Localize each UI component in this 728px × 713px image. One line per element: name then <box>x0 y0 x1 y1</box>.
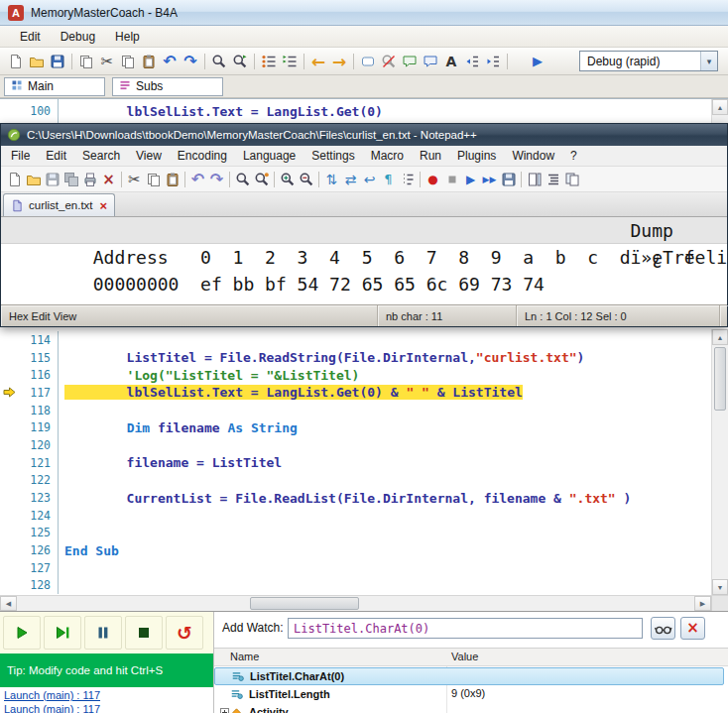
paste-icon[interactable] <box>163 170 182 188</box>
hex-view[interactable]: Address 0 1 2 3 4 5 6 7 8 9 a b c d e f … <box>1 217 727 304</box>
indent-guide-icon[interactable] <box>398 170 417 188</box>
find-next-icon[interactable] <box>230 52 250 71</box>
b4a-menu-debug[interactable]: Debug <box>51 27 105 47</box>
breakpoint-margin[interactable] <box>0 418 18 436</box>
b4a-subs-combo[interactable]: Subs <box>112 77 223 96</box>
breakpoint-margin[interactable] <box>0 436 18 454</box>
breakpoint-margin[interactable] <box>0 559 18 577</box>
breakpoint-margin[interactable] <box>0 366 18 384</box>
show-all-chars-icon[interactable]: ¶ <box>379 170 398 188</box>
scroll-up-icon[interactable]: ▲ <box>712 329 728 345</box>
launch-link-1[interactable]: Launch (main) : 117 <box>4 703 209 713</box>
code-editor[interactable]: 114115 ListTitel = File.ReadString(File.… <box>0 329 728 595</box>
editor-hscrollbar[interactable]: ◀ ▶ <box>0 595 728 611</box>
watch-column-name[interactable]: Name <box>230 651 259 662</box>
npp-menu-file[interactable]: File <box>3 146 38 166</box>
redo-icon[interactable]: ↷ <box>181 52 200 71</box>
watch-column-value[interactable]: Value <box>451 651 478 662</box>
b4a-module-combo[interactable]: Main <box>4 77 105 96</box>
stop-macro-icon[interactable] <box>442 170 461 188</box>
back-icon[interactable]: ← <box>308 52 328 71</box>
npp-menu-view[interactable]: View <box>128 146 170 166</box>
find-icon[interactable] <box>209 52 229 71</box>
print-icon[interactable] <box>80 170 99 188</box>
scroll-left-icon[interactable]: ◀ <box>0 596 17 611</box>
undo-icon[interactable]: ↶ <box>160 52 180 71</box>
evaluate-watch-button[interactable] <box>651 617 675 640</box>
editor-vscrollbar[interactable]: ▲ ▼ <box>711 329 728 595</box>
add-watch-input[interactable] <box>288 618 643 639</box>
breakpoint-margin[interactable] <box>0 507 18 525</box>
save-macro-icon[interactable] <box>499 170 518 188</box>
copy-doc-icon[interactable] <box>76 52 96 71</box>
npp-menu-macro[interactable]: Macro <box>363 146 412 166</box>
stop-button[interactable] <box>125 616 163 650</box>
save-all-disabled-icon[interactable] <box>61 170 80 188</box>
breakpoint-margin[interactable] <box>0 99 18 123</box>
record-macro-icon[interactable]: ● <box>424 170 442 188</box>
list-1-icon[interactable] <box>259 52 279 71</box>
run-app-icon[interactable]: ▶ <box>528 52 547 71</box>
breakpoint-margin[interactable] <box>0 349 18 367</box>
sync-h-icon[interactable]: ⇄ <box>341 170 360 188</box>
b4a-titlebar[interactable]: A MemoryMasterCoach - B4A <box>0 0 728 26</box>
bubble-next-icon[interactable] <box>421 52 440 71</box>
breakpoint-margin[interactable] <box>0 402 18 419</box>
scroll-right-icon[interactable]: ▶ <box>694 596 711 611</box>
font-case-icon[interactable]: A <box>441 52 461 71</box>
npp-menu-encoding[interactable]: Encoding <box>170 146 235 166</box>
new-file-icon[interactable] <box>5 170 24 188</box>
watch-row-2[interactable]: Activity <box>214 703 728 713</box>
zoom-in-icon[interactable] <box>278 170 297 188</box>
forward-icon[interactable]: → <box>329 52 349 71</box>
editor-vscrollbar-top[interactable]: ▲ <box>711 99 728 123</box>
cut-icon[interactable]: ✂ <box>97 52 117 71</box>
b4a-menu-help[interactable]: Help <box>105 27 150 47</box>
zoom-out-icon[interactable] <box>297 170 315 188</box>
redo-npp-icon[interactable]: ↷ <box>207 170 226 188</box>
npp-menu-plugins[interactable]: Plugins <box>449 146 504 166</box>
sync-v-icon[interactable]: ⇅ <box>322 170 341 188</box>
play-macro-icon[interactable]: ▶ <box>461 170 480 188</box>
remove-watch-button[interactable]: × <box>680 617 705 640</box>
outdent-icon[interactable] <box>462 52 482 71</box>
replace-icon[interactable] <box>252 170 271 188</box>
breakpoint-margin[interactable] <box>0 454 18 472</box>
restart-button[interactable]: ↺ <box>166 616 203 650</box>
new-file-icon[interactable] <box>6 52 26 71</box>
current-statement-arrow-icon[interactable] <box>0 384 18 402</box>
b4a-code-strip[interactable]: 100 lblSelList.Text = LangList.Get(0) ▲ <box>0 98 728 123</box>
list-2-icon[interactable] <box>280 52 300 71</box>
breakpoint-margin[interactable] <box>0 525 18 542</box>
npp-menu-edit[interactable]: Edit <box>38 146 74 166</box>
watch-row-0[interactable]: ListTitel.CharAt(0) <box>214 667 724 685</box>
npp-menu-window[interactable]: Window <box>504 146 562 166</box>
pause-button[interactable] <box>84 616 122 650</box>
find-disabled-icon[interactable] <box>379 52 399 71</box>
open-folder-icon[interactable] <box>27 52 47 71</box>
indent-icon[interactable] <box>483 52 503 71</box>
breakpoint-margin[interactable] <box>0 331 18 349</box>
b4a-menu-edit[interactable]: Edit <box>10 27 51 47</box>
find-icon[interactable] <box>233 170 252 188</box>
run-to-cursor-button[interactable] <box>44 616 81 650</box>
save-disabled-icon[interactable] <box>43 170 61 188</box>
watch-row-1[interactable]: ListTitel.Length9 (0x9) <box>214 685 728 703</box>
npp-menu-settings[interactable]: Settings <box>303 146 362 166</box>
open-folder-icon[interactable] <box>24 170 43 188</box>
paste-icon[interactable] <box>139 52 159 71</box>
bubble-icon[interactable] <box>400 52 420 71</box>
launch-link-0[interactable]: Launch (main) : 117 <box>4 689 209 703</box>
npp-tab-curlist[interactable]: curlist_en.txt × <box>3 193 115 216</box>
save-icon[interactable] <box>48 52 67 71</box>
undo-npp-icon[interactable]: ↶ <box>188 170 207 188</box>
npp-menu-run[interactable]: Run <box>412 146 449 166</box>
npp-menu-language[interactable]: Language <box>235 146 303 166</box>
npp-titlebar[interactable]: C:\Users\H\Downloads\tbookDemo\MemoryMas… <box>1 124 727 146</box>
scroll-up-icon[interactable]: ▲ <box>712 99 728 115</box>
hscroll-thumb[interactable] <box>250 597 359 610</box>
chevron-down-icon[interactable]: ▾ <box>700 52 717 70</box>
copy-icon[interactable] <box>118 52 138 71</box>
breakpoint-margin[interactable] <box>0 577 18 595</box>
npp-menu-help[interactable]: ? <box>562 146 585 166</box>
